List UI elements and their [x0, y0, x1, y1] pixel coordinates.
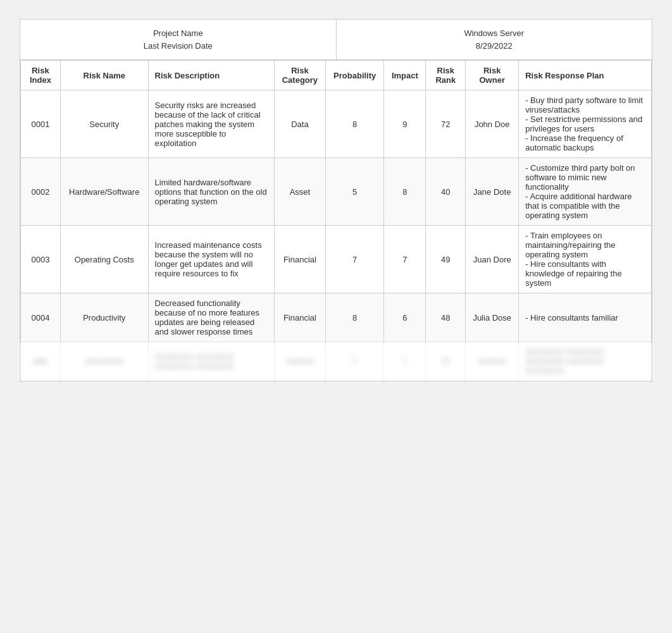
header-rank: Risk Rank	[426, 61, 466, 90]
cell-owner: XXXXX	[466, 342, 519, 381]
cell-prob: 7	[325, 342, 383, 381]
cell-owner: John Doe	[466, 90, 519, 158]
header-cat: Risk Category	[274, 61, 325, 90]
cell-impact: 8	[384, 158, 426, 226]
project-name-cell: Project Name Last Revision Date	[20, 20, 337, 59]
table-row: 0003Operating CostsIncreased maintenance…	[21, 226, 652, 293]
cell-plan: - Hire consultants familiar	[519, 293, 652, 342]
table-row: 005XXXXXXXXXXXXXX XXXXXXX XXXXXXX XXXXXX…	[21, 342, 652, 381]
cell-rank: 77	[426, 342, 466, 381]
header-owner: Risk Owner	[466, 61, 519, 90]
project-header: Project Name Last Revision Date Windows …	[20, 20, 652, 60]
cell-name: Operating Costs	[60, 226, 148, 293]
cell-desc: Limited hardware/software options that f…	[148, 158, 274, 226]
project-name-value: Windows Server	[347, 27, 642, 40]
cell-cat: Data	[274, 90, 325, 158]
cell-index: 0002	[21, 158, 61, 226]
cell-index: 005	[21, 342, 61, 381]
header-name: Risk Name	[60, 61, 148, 90]
cell-owner: Jane Dote	[466, 158, 519, 226]
risk-table: Risk Index Risk Name Risk Description Ri…	[20, 60, 652, 381]
cell-desc: XXXXXXX XXXXXXX XXXXXXX XXXXXXX	[148, 342, 274, 381]
cell-rank: 48	[426, 293, 466, 342]
main-container: Project Name Last Revision Date Windows …	[20, 19, 652, 382]
cell-plan: - Customize third party bolt on software…	[519, 158, 652, 226]
cell-index: 0004	[21, 293, 61, 342]
cell-name: XXXXXXX	[60, 342, 148, 381]
cell-index: 0003	[21, 226, 61, 293]
cell-prob: 5	[325, 158, 383, 226]
table-header-row: Risk Index Risk Name Risk Description Ri…	[21, 61, 652, 90]
header-prob: Probability	[325, 61, 383, 90]
project-revision-label: Last Revision Date	[30, 40, 326, 52]
cell-cat: Asset	[274, 158, 325, 226]
project-name-label: Project Name	[30, 27, 326, 40]
cell-cat: Financial	[274, 293, 325, 342]
table-row: 0002Hardware/SoftwareLimited hardware/so…	[21, 158, 652, 226]
cell-plan: XXXXXXX XXXXXXX XXXXXXX XXXXXXX XXXXXXX	[519, 342, 652, 381]
cell-desc: Decreased functionality because of no mo…	[148, 293, 274, 342]
header-desc: Risk Description	[148, 61, 274, 90]
cell-desc: Increased maintenance costs because the …	[148, 226, 274, 293]
cell-rank: 72	[426, 90, 466, 158]
cell-prob: 7	[325, 226, 383, 293]
cell-rank: 49	[426, 226, 466, 293]
header-index: Risk Index	[21, 61, 61, 90]
project-value-cell: Windows Server 8/29/2022	[337, 20, 652, 59]
header-plan: Risk Response Plan	[519, 61, 652, 90]
cell-name: Security	[60, 90, 148, 158]
cell-impact: 7	[384, 226, 426, 293]
cell-rank: 40	[426, 158, 466, 226]
cell-prob: 8	[325, 90, 383, 158]
cell-prob: 8	[325, 293, 383, 342]
cell-name: Productivity	[60, 293, 148, 342]
cell-impact: 7	[384, 342, 426, 381]
cell-desc: Security risks are increased because of …	[148, 90, 274, 158]
table-row: 0001SecuritySecurity risks are increased…	[21, 90, 652, 158]
header-impact: Impact	[384, 61, 426, 90]
cell-plan: - Buy third party software to limit viru…	[519, 90, 652, 158]
cell-index: 0001	[21, 90, 61, 158]
cell-owner: Julia Dose	[466, 293, 519, 342]
cell-cat: Financial	[274, 226, 325, 293]
cell-name: Hardware/Software	[60, 158, 148, 226]
cell-cat: XXXXX	[274, 342, 325, 381]
cell-impact: 6	[384, 293, 426, 342]
project-revision-value: 8/29/2022	[347, 40, 642, 52]
table-row: 0004ProductivityDecreased functionality …	[21, 293, 652, 342]
cell-owner: Juan Dore	[466, 226, 519, 293]
cell-impact: 9	[384, 90, 426, 158]
cell-plan: - Train employees on maintaining/repairi…	[519, 226, 652, 293]
